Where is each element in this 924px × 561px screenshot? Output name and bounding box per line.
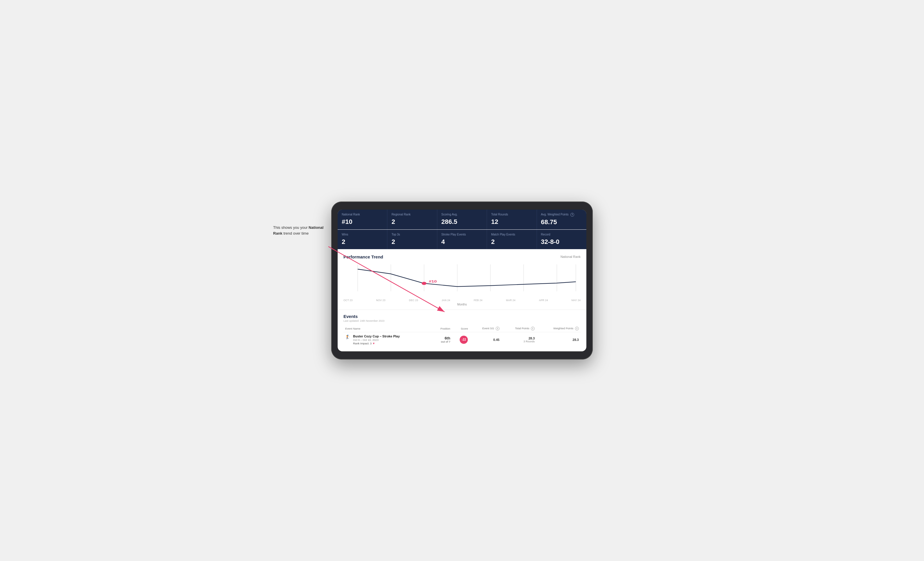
score-badge: -22 bbox=[460, 336, 468, 344]
svg-text:#10: #10 bbox=[429, 279, 437, 283]
stats-row-2: Wins 2 Top 3s 2 Stroke Play Events 4 Mat… bbox=[338, 230, 586, 249]
chart-svg: #10 bbox=[344, 263, 580, 298]
weighted-points-cell: 28.3 bbox=[536, 332, 580, 347]
stat-scoring-avg: Scoring Avg. 286.5 bbox=[437, 209, 487, 229]
stats-row-1: National Rank #10 Regional Rank 2 Scorin… bbox=[338, 209, 586, 229]
events-last-updated: Last updated: 24th November 2023 bbox=[344, 319, 580, 322]
event-name-cell: 🏌 Buster Cozy Cup – Stroke Play Oct 9 – … bbox=[344, 332, 432, 347]
data-point-dec23 bbox=[422, 282, 426, 285]
performance-title: Performance Trend bbox=[344, 254, 383, 259]
tablet-frame: National Rank #10 Regional Rank 2 Scorin… bbox=[331, 202, 593, 359]
annotation-text: This shows you your National Rank trend … bbox=[273, 225, 331, 236]
rank-impact: Rank Impact: 3 ▼ bbox=[353, 342, 400, 345]
score-cell: -22 bbox=[452, 332, 470, 347]
table-header-row: Event Name Position Score Event SG ℹ Tot… bbox=[344, 325, 580, 332]
events-section: Events Last updated: 24th November 2023 … bbox=[338, 310, 586, 352]
chart-x-axis-label: Months bbox=[344, 303, 580, 306]
outer-wrapper: This shows you your National Rank trend … bbox=[331, 202, 593, 359]
stat-total-rounds: Total Rounds 12 bbox=[487, 209, 536, 229]
tablet-screen: National Rank #10 Regional Rank 2 Scorin… bbox=[338, 209, 586, 352]
stat-stroke-play-events: Stroke Play Events 4 bbox=[437, 230, 487, 249]
event-sg-info-icon: ℹ bbox=[496, 327, 500, 331]
event-date: Oct 9 – Oct 10, 2023 bbox=[353, 338, 400, 341]
position-cell: 6th out of 7 bbox=[432, 332, 452, 347]
table-row: 🏌 Buster Cozy Cup – Stroke Play Oct 9 – … bbox=[344, 332, 580, 347]
col-event-name: Event Name bbox=[344, 325, 432, 332]
stat-match-play-events: Match Play Events 2 bbox=[487, 230, 536, 249]
event-type-icon: 🏌 bbox=[345, 335, 350, 339]
total-rounds: 3 Rounds bbox=[503, 340, 535, 343]
chart-x-labels: OCT 23 NOV 23 DEC 23 JAN 24 FEB 24 MAR 2… bbox=[344, 298, 580, 302]
weighted-points-info-icon: ℹ bbox=[575, 327, 579, 331]
event-name: Buster Cozy Cup – Stroke Play bbox=[353, 335, 400, 338]
col-event-sg: Event SG ℹ bbox=[470, 325, 501, 332]
performance-trend-section: Performance Trend National Rank bbox=[338, 249, 586, 310]
position-sub: out of 7 bbox=[434, 340, 450, 343]
info-icon: ℹ bbox=[570, 213, 574, 217]
stat-national-rank: National Rank #10 bbox=[338, 209, 387, 229]
total-points-info-icon: ℹ bbox=[531, 327, 535, 331]
events-title: Events bbox=[344, 314, 580, 319]
event-details: Buster Cozy Cup – Stroke Play Oct 9 – Oc… bbox=[353, 335, 400, 345]
stat-avg-weighted-points: Avg. Weighted Points ℹ 68.75 bbox=[537, 209, 586, 229]
stat-wins: Wins 2 bbox=[338, 230, 387, 249]
col-position: Position bbox=[432, 325, 452, 332]
rank-impact-direction: ▼ bbox=[372, 342, 375, 345]
position-main: 6th bbox=[434, 336, 450, 340]
stat-top3s: Top 3s 2 bbox=[387, 230, 437, 249]
performance-header: Performance Trend National Rank bbox=[344, 254, 580, 259]
stat-record: Record 32-8-0 bbox=[537, 230, 586, 249]
performance-chart: #10 bbox=[344, 263, 580, 298]
performance-subtitle: National Rank bbox=[561, 255, 580, 259]
events-table: Event Name Position Score Event SG ℹ Tot… bbox=[344, 325, 580, 347]
col-weighted-points: Weighted Points ℹ bbox=[536, 325, 580, 332]
stat-regional-rank: Regional Rank 2 bbox=[387, 209, 437, 229]
col-total-points: Total Points ℹ bbox=[501, 325, 536, 332]
col-score: Score bbox=[452, 325, 470, 332]
event-sg-cell: 0.45 bbox=[470, 332, 501, 347]
total-points-cell: 28.3 3 Rounds bbox=[501, 332, 536, 347]
